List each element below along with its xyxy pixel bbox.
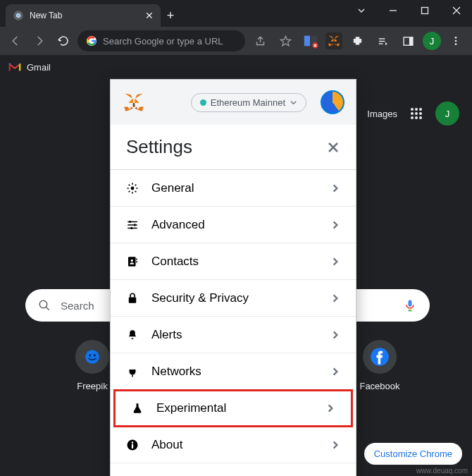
svg-point-24 — [419, 112, 422, 115]
svg-rect-48 — [129, 297, 137, 303]
caret-down-button[interactable] — [345, 0, 377, 21]
settings-item-networks[interactable]: Networks — [111, 353, 356, 390]
settings-list: General Advanced Contacts Security & Pri… — [111, 170, 356, 476]
settings-item-security[interactable]: Security & Privacy — [111, 280, 356, 317]
reload-button[interactable] — [54, 31, 73, 51]
chrome-menu-icon[interactable] — [445, 30, 466, 51]
svg-point-35 — [94, 354, 96, 356]
google-g-icon — [86, 35, 97, 47]
svg-point-25 — [411, 116, 414, 119]
plug-icon — [126, 365, 139, 378]
chevron-right-icon — [325, 403, 335, 413]
bookmark-label: Gmail — [27, 62, 51, 73]
settings-item-about[interactable]: About — [111, 427, 356, 463]
settings-item-advanced[interactable]: Advanced — [111, 207, 356, 243]
svg-point-33 — [85, 350, 99, 364]
svg-point-27 — [419, 116, 422, 119]
network-name: Ethereum Mainnet — [211, 97, 285, 108]
svg-point-15 — [455, 40, 457, 42]
apps-grid-icon[interactable] — [410, 107, 423, 120]
window-close-button[interactable] — [440, 0, 472, 21]
chevron-right-icon — [330, 330, 340, 340]
ntp-profile-avatar[interactable]: J — [435, 102, 459, 126]
gear-icon — [126, 182, 139, 195]
shortcut-label: Freepik — [77, 381, 107, 391]
bell-icon — [126, 329, 139, 341]
watermark: www.deuaq.com — [416, 467, 468, 475]
images-link[interactable]: Images — [367, 109, 397, 119]
account-avatar[interactable] — [321, 90, 344, 114]
chevron-right-icon — [330, 367, 340, 377]
gmail-icon — [8, 62, 21, 72]
svg-point-23 — [415, 112, 418, 115]
svg-point-45 — [131, 259, 133, 261]
tab-title: New Tab — [30, 11, 145, 20]
svg-point-19 — [411, 108, 414, 111]
settings-item-contacts[interactable]: Contacts — [111, 243, 356, 280]
new-tab-button[interactable]: + — [161, 4, 180, 27]
sliders-icon — [126, 219, 139, 231]
svg-rect-30 — [409, 300, 412, 307]
side-panel-icon[interactable] — [397, 30, 418, 51]
customize-chrome-button[interactable]: Customize Chrome — [364, 443, 462, 465]
search-placeholder: Search — [61, 300, 94, 312]
info-icon — [126, 439, 139, 451]
lock-icon — [126, 292, 139, 305]
settings-item-general[interactable]: General — [111, 170, 356, 207]
svg-rect-4 — [421, 8, 428, 14]
chevron-down-icon — [290, 99, 297, 106]
chevron-right-icon — [330, 220, 340, 230]
settings-item-experimental[interactable]: Experimental — [113, 389, 353, 427]
extensions-puzzle-icon[interactable] — [347, 30, 368, 51]
svg-point-26 — [415, 116, 418, 119]
svg-rect-43 — [131, 227, 132, 229]
extension-pane-icon[interactable] — [300, 30, 321, 51]
freepik-icon — [83, 348, 101, 366]
close-icon[interactable] — [326, 140, 340, 154]
voice-search-icon[interactable] — [403, 298, 417, 312]
maximize-button[interactable] — [409, 0, 440, 21]
chrome-favicon-icon — [13, 10, 24, 21]
svg-line-29 — [46, 307, 49, 310]
svg-point-14 — [455, 37, 457, 39]
chevron-right-icon — [330, 293, 340, 303]
omnibox[interactable]: Search Google or type a URL — [77, 30, 245, 51]
settings-title: Settings — [126, 136, 192, 158]
settings-item-label: General — [151, 181, 194, 195]
browser-toolbar: Search Google or type a URL J — [0, 27, 472, 55]
window-titlebar: New Tab ✕ + — [0, 0, 472, 27]
window-controls — [345, 0, 472, 27]
metamask-fox-icon — [122, 90, 146, 114]
profile-avatar[interactable]: J — [423, 32, 441, 50]
browser-tab[interactable]: New Tab ✕ — [6, 4, 161, 27]
svg-rect-13 — [409, 37, 412, 44]
settings-item-label: Experimental — [156, 401, 226, 415]
network-status-dot — [200, 99, 206, 106]
settings-item-label: Alerts — [151, 328, 182, 342]
network-selector[interactable]: Ethereum Mainnet — [191, 93, 306, 112]
forward-button[interactable] — [30, 31, 49, 51]
settings-item-alerts[interactable]: Alerts — [111, 317, 356, 353]
bookmarks-bar: Gmail — [0, 55, 472, 79]
svg-rect-42 — [134, 224, 135, 226]
svg-point-21 — [419, 108, 422, 111]
ntp-right-links: Images J — [367, 102, 459, 126]
share-icon[interactable] — [249, 30, 271, 51]
svg-point-2 — [17, 14, 20, 18]
bookmark-gmail[interactable]: Gmail — [8, 62, 51, 73]
settings-item-label: Networks — [151, 365, 201, 379]
svg-rect-41 — [130, 221, 131, 223]
bookmark-star-icon[interactable] — [275, 30, 296, 51]
new-tab-page: Images J Search Freepik Yo Facebook Cust… — [0, 79, 472, 476]
tab-close-icon[interactable]: ✕ — [145, 10, 154, 21]
svg-rect-52 — [132, 444, 133, 448]
metamask-extension-icon[interactable] — [325, 32, 342, 49]
svg-point-20 — [415, 108, 418, 111]
settings-item-label: About — [151, 438, 182, 452]
search-icon — [38, 299, 51, 312]
metamask-header: Ethereum Mainnet — [111, 80, 356, 125]
back-button[interactable] — [6, 31, 25, 51]
media-control-icon[interactable] — [372, 30, 393, 51]
minimize-button[interactable] — [377, 0, 409, 21]
shortcut-label: Facebook — [359, 381, 399, 391]
